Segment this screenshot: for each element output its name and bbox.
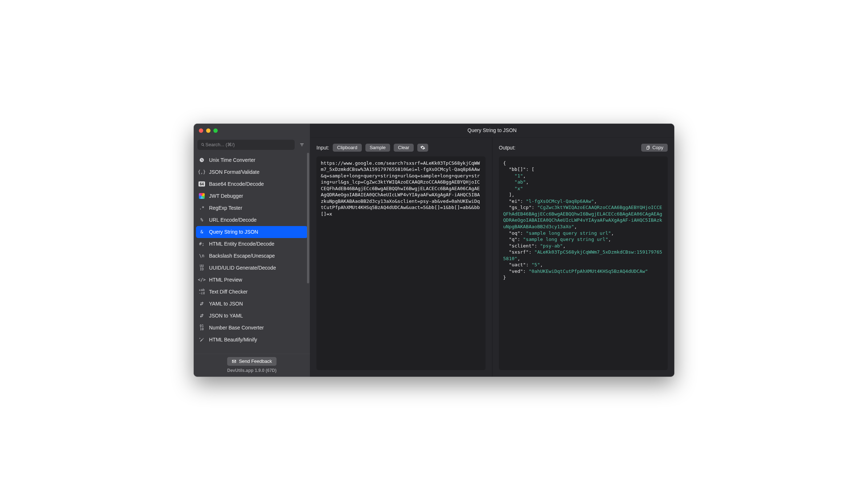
sidebar-item-html-entity[interactable]: #;HTML Entity Encode/Decode (194, 238, 310, 250)
sidebar-item-label: Backslash Escape/Unescape (209, 253, 275, 259)
clipboard-button[interactable]: Clipboard (333, 144, 362, 152)
gear-icon (420, 145, 425, 150)
sidebar-item-label: Text Diff Checker (209, 289, 247, 295)
main-area: Query String to JSON Input: Clipboard Sa… (310, 124, 674, 377)
copy-label: Copy (652, 145, 663, 150)
send-feedback-button[interactable]: Send Feedback (227, 357, 276, 366)
sidebar-scrollbar[interactable] (307, 153, 309, 283)
sidebar-item-label: Query String to JSON (209, 229, 258, 235)
sidebar-item-url-encode[interactable]: %URL Encode/Decode (194, 214, 310, 226)
sidebar: Unix Time Converter{,}JSON Format/Valida… (194, 124, 310, 377)
uuid-icon: UUID (198, 264, 205, 271)
envelope-icon (232, 359, 237, 364)
input-label: Input: (316, 145, 329, 151)
sample-button[interactable]: Sample (365, 144, 390, 152)
sidebar-item-text-diff[interactable]: +ab-cdText Diff Checker (194, 286, 310, 298)
output-header: Output: Copy (499, 143, 668, 153)
sidebar-item-base64[interactable]: 64Base64 Encode/Decode (194, 178, 310, 190)
output-panel: Output: Copy { "bb[]": [ "1", "ab", "x" … (492, 138, 675, 377)
filter-icon (299, 142, 304, 147)
filter-button[interactable] (298, 140, 306, 149)
sidebar-item-label: HTML Beautify/Minify (209, 337, 257, 343)
zoom-window-button[interactable] (213, 128, 218, 133)
swap-icon (198, 312, 205, 319)
sidebar-item-label: YAML to JSON (209, 301, 243, 307)
sidebar-item-label: Base64 Encode/Decode (209, 181, 264, 187)
sidebar-item-label: JSON to YAML (209, 313, 243, 319)
send-feedback-label: Send Feedback (239, 358, 272, 364)
app-window: Unix Time Converter{,}JSON Format/Valida… (194, 124, 674, 377)
search-box[interactable] (197, 140, 295, 150)
backslash-icon: \n (198, 252, 205, 259)
hash-icon: #; (198, 240, 205, 247)
window-title: Query String to JSON (310, 124, 674, 138)
sidebar-item-html-beautify[interactable]: HTML Beautify/Minify (194, 334, 310, 346)
sidebar-item-label: Unix Time Converter (209, 157, 255, 163)
search-input[interactable] (205, 142, 292, 147)
sidebar-item-uuid[interactable]: UUIDUUID/ULID Generate/Decode (194, 262, 310, 274)
panels: Input: Clipboard Sample Clear https://ww… (310, 138, 674, 377)
sidebar-item-query-json[interactable]: &Query String to JSON (196, 226, 308, 238)
wand-icon (198, 336, 205, 343)
sidebar-item-label: HTML Preview (209, 277, 242, 283)
input-panel: Input: Clipboard Sample Clear https://ww… (310, 138, 492, 377)
search-row (194, 138, 310, 153)
amp-icon: & (198, 228, 205, 235)
sidebar-item-unix-time[interactable]: Unix Time Converter (194, 154, 310, 166)
sidebar-item-label: Number Base Converter (209, 325, 264, 331)
sidebar-item-yaml-json[interactable]: YAML to JSON (194, 298, 310, 310)
sidebar-footer: Send Feedback DevUtils.app 1.9.0 (67D) (194, 354, 310, 377)
input-header: Input: Clipboard Sample Clear (316, 143, 486, 153)
sidebar-item-label: URL Encode/Decode (209, 217, 257, 223)
settings-button[interactable] (417, 144, 428, 152)
version-text: DevUtils.app 1.9.0 (67D) (227, 368, 277, 373)
swap-icon (198, 300, 205, 307)
sidebar-item-html-preview[interactable]: </>HTML Preview (194, 274, 310, 286)
sidebar-item-jwt[interactable]: JWT Debugger (194, 190, 310, 202)
b64-icon: 64 (198, 180, 205, 188)
sidebar-item-number-base[interactable]: 0110Number Base Converter (194, 322, 310, 334)
sidebar-item-json-format[interactable]: {,}JSON Format/Validate (194, 166, 310, 178)
sidebar-item-label: UUID/ULID Generate/Decode (209, 265, 276, 271)
regex-icon: .* (198, 204, 205, 212)
input-textarea[interactable]: https://www.google.com/search?sxsrf=ALeK… (316, 156, 486, 370)
search-icon (200, 142, 205, 147)
sidebar-item-label: JWT Debugger (209, 193, 243, 199)
braces-icon: {,} (198, 168, 205, 176)
output-textarea[interactable]: { "bb[]": [ "1", "ab", "x" ], "ei": "l-f… (499, 156, 668, 370)
tag-icon: </> (198, 276, 205, 283)
minimize-window-button[interactable] (206, 128, 210, 133)
clock-icon (198, 156, 205, 164)
close-window-button[interactable] (199, 128, 203, 133)
sidebar-item-json-yaml[interactable]: JSON to YAML (194, 310, 310, 322)
percent-icon: % (198, 216, 205, 224)
window-controls (194, 124, 310, 138)
diff-icon: +ab-cd (198, 288, 205, 295)
copy-icon (646, 145, 651, 150)
sidebar-item-backslash[interactable]: \nBackslash Escape/Unescape (194, 250, 310, 262)
copy-button[interactable]: Copy (641, 144, 668, 152)
output-label: Output: (499, 145, 516, 151)
sidebar-item-label: JSON Format/Validate (209, 169, 259, 175)
sidebar-item-regexp[interactable]: .*RegExp Tester (194, 202, 310, 214)
tool-list[interactable]: Unix Time Converter{,}JSON Format/Valida… (194, 153, 310, 354)
sidebar-item-label: HTML Entity Encode/Decode (209, 241, 274, 247)
jwt-icon (198, 192, 205, 200)
clear-button[interactable]: Clear (394, 144, 414, 152)
sidebar-item-label: RegExp Tester (209, 205, 242, 211)
bits-icon: 0110 (198, 324, 205, 331)
